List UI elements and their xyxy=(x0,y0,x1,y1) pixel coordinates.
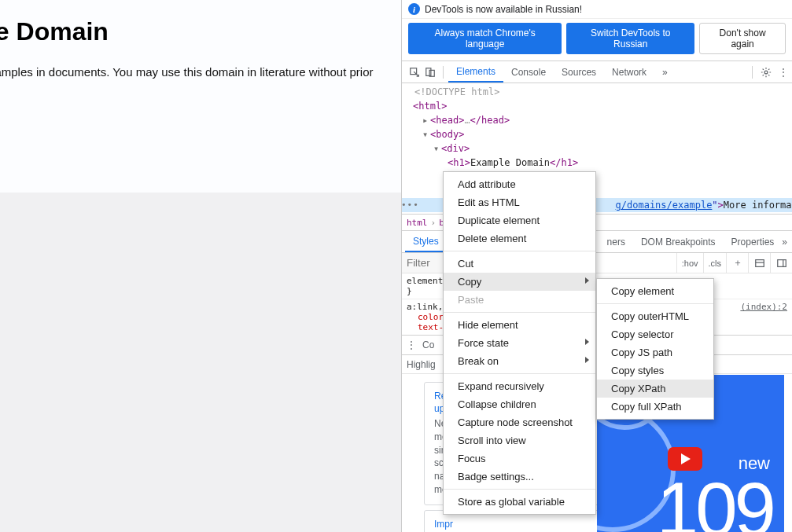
tab-network[interactable]: Network xyxy=(604,61,654,83)
node-context-menu[interactable]: Add attribute Edit as HTML Duplicate ele… xyxy=(443,171,596,515)
svg-rect-4 xyxy=(755,259,764,266)
ctx-break-on[interactable]: Break on xyxy=(444,352,595,370)
inspect-icon[interactable] xyxy=(407,67,422,78)
device-toggle-icon[interactable] xyxy=(422,67,438,78)
ctx-cut[interactable]: Cut xyxy=(444,255,595,273)
ctx-collapse[interactable]: Collapse children xyxy=(444,395,595,413)
locale-banner: i DevTools is now available in Russian! xyxy=(402,0,792,19)
ctx-copy-full-xpath[interactable]: Copy full XPath xyxy=(597,398,713,416)
highlights-label: Highlig xyxy=(407,359,436,370)
settings-icon[interactable] xyxy=(757,66,775,78)
ctx-copy-outerhtml[interactable]: Copy outerHTML xyxy=(597,307,713,325)
ctx-capture[interactable]: Capture node screenshot xyxy=(444,413,595,431)
tabs-overflow-icon[interactable]: » xyxy=(654,61,676,83)
tab-sources[interactable]: Sources xyxy=(554,61,604,83)
page-paragraph: This domain is for use in illustrative e… xyxy=(0,64,385,97)
new-style-rule-icon[interactable]: ＋ xyxy=(726,253,748,273)
kebab-menu-icon[interactable]: ⋮ xyxy=(775,67,792,78)
svg-rect-1 xyxy=(426,68,431,75)
tab-properties[interactable]: Properties xyxy=(724,231,783,252)
devtools-tabstrip: Elements Console Sources Network » ⋮ xyxy=(402,61,792,83)
ctx-copy-styles[interactable]: Copy styles xyxy=(597,361,713,380)
ctx-focus[interactable]: Focus xyxy=(444,449,595,468)
rule-source-link[interactable]: (index):2 xyxy=(740,302,787,312)
ctx-expand[interactable]: Expand recursively xyxy=(444,377,595,395)
ctx-edit-html[interactable]: Edit as HTML xyxy=(444,193,595,211)
info-icon: i xyxy=(408,3,420,15)
svg-point-3 xyxy=(764,71,768,74)
ctx-copy-js-path[interactable]: Copy JS path xyxy=(597,343,713,361)
banner-text: DevTools is now available in Russian! xyxy=(425,4,582,15)
ctx-scroll[interactable]: Scroll into view xyxy=(444,431,595,449)
ctx-duplicate[interactable]: Duplicate element xyxy=(444,211,595,229)
hov-toggle[interactable]: :hov xyxy=(676,253,703,273)
tab-dom-breakpoints[interactable]: DOM Breakpoints xyxy=(633,231,724,252)
ctx-paste: Paste xyxy=(444,291,595,309)
drawer-tab-label: Co xyxy=(422,339,434,350)
tab-console[interactable]: Console xyxy=(503,61,554,83)
doctype-node: <!DOCTYPE html> xyxy=(414,86,499,97)
styles-tabs-overflow-icon[interactable]: » xyxy=(782,237,792,248)
graphic-version-number: 109 xyxy=(657,466,773,532)
switch-language-button[interactable]: Switch DevTools to Russian xyxy=(566,23,694,54)
page-title: Example Domain xyxy=(0,17,385,46)
submenu-arrow-icon xyxy=(585,277,589,284)
submenu-arrow-icon xyxy=(585,357,589,363)
styles-sidebar-toggle-icon[interactable] xyxy=(770,253,792,273)
ctx-copy-selector[interactable]: Copy selector xyxy=(597,325,713,343)
ctx-force-state[interactable]: Force state xyxy=(444,334,595,352)
example-card: Example Domain This domain is for use in… xyxy=(0,0,401,193)
banner-buttons: Always match Chrome's language Switch De… xyxy=(402,19,792,61)
svg-rect-5 xyxy=(777,259,786,266)
drawer-menu-icon[interactable]: ⋮ xyxy=(407,339,416,350)
cls-toggle[interactable]: .cls xyxy=(703,253,727,273)
tab-elements[interactable]: Elements xyxy=(448,61,503,83)
ctx-hide[interactable]: Hide element xyxy=(444,316,595,334)
tab-event-listeners[interactable]: ners xyxy=(599,231,633,252)
computed-toggle-icon[interactable] xyxy=(748,253,770,273)
ctx-add-attribute[interactable]: Add attribute xyxy=(444,175,595,193)
rendered-page: Example Domain This domain is for use in… xyxy=(0,0,401,532)
copy-submenu[interactable]: Copy element Copy outerHTML Copy selecto… xyxy=(596,278,714,420)
submenu-arrow-icon xyxy=(585,339,589,345)
ctx-delete[interactable]: Delete element xyxy=(444,229,595,248)
ctx-copy-xpath[interactable]: Copy XPath xyxy=(597,380,713,398)
line-actions-icon[interactable]: ••• xyxy=(399,198,413,212)
tab-styles[interactable]: Styles xyxy=(405,231,447,252)
dismiss-banner-button[interactable]: Don't show again xyxy=(699,23,786,54)
styles-filter-input[interactable] xyxy=(402,253,449,273)
ctx-store-global[interactable]: Store as global variable xyxy=(444,493,595,511)
crumb-html[interactable]: html xyxy=(407,218,428,228)
ctx-badge[interactable]: Badge settings... xyxy=(444,468,595,486)
ctx-copy[interactable]: Copy xyxy=(444,273,595,291)
ctx-copy-element[interactable]: Copy element xyxy=(597,282,713,300)
match-language-button[interactable]: Always match Chrome's language xyxy=(408,23,562,54)
